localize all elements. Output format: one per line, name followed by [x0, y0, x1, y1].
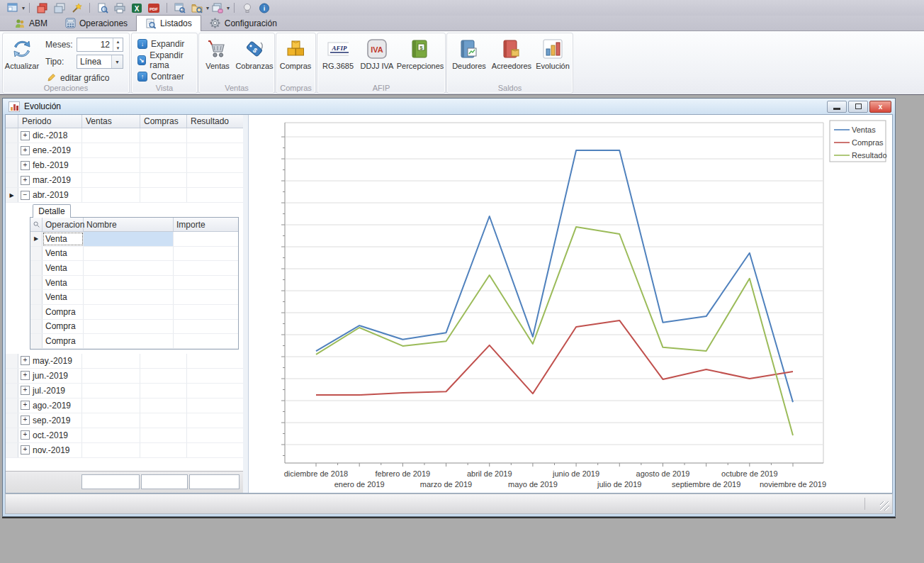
cascade-windows-icon[interactable]: [52, 1, 67, 14]
layers-icon[interactable]: [210, 1, 225, 14]
detail-tab[interactable]: Detalle: [33, 204, 71, 218]
period-cell: +oct.-2019: [18, 428, 82, 442]
period-row[interactable]: +may.-2019: [6, 354, 243, 369]
window-search-icon[interactable]: [173, 1, 187, 14]
panel-splitter[interactable]: [243, 115, 248, 493]
period-row[interactable]: +feb.-2019: [6, 158, 243, 173]
svg-text:IVA: IVA: [371, 45, 383, 54]
evolucion-button[interactable]: Evolución: [535, 35, 570, 82]
expand-node-icon[interactable]: +: [21, 401, 30, 410]
close-button[interactable]: x: [869, 101, 891, 113]
compras-cell: [140, 428, 187, 442]
series-line-resultado: [316, 227, 793, 435]
period-row[interactable]: +dic.-2018: [6, 128, 243, 143]
expandir-button[interactable]: ↓ Expandir: [137, 38, 184, 50]
detail-row[interactable]: Venta: [30, 276, 238, 291]
period-label: mar.-2019: [33, 175, 71, 185]
detail-row[interactable]: ▶Venta: [30, 232, 238, 247]
detail-search-icon[interactable]: [30, 218, 43, 231]
column-header-resultado[interactable]: Resultado: [187, 115, 243, 128]
wizard-icon[interactable]: [69, 1, 84, 14]
detail-row[interactable]: Compra: [30, 305, 238, 320]
expand-node-icon[interactable]: +: [21, 386, 30, 395]
detail-row[interactable]: Venta: [30, 261, 238, 276]
export-pdf-icon[interactable]: PDF: [147, 1, 161, 14]
contraer-button[interactable]: ↑ Contraer: [137, 70, 184, 83]
bulb-icon[interactable]: [240, 1, 254, 14]
meses-spinner[interactable]: 12 ▲▼: [77, 38, 123, 52]
tab-configuracion[interactable]: Configuración: [201, 16, 286, 30]
tab-listados[interactable]: Listados: [136, 15, 201, 31]
column-header-ventas[interactable]: Ventas: [82, 115, 140, 128]
combo-dropdown-icon[interactable]: ▼: [111, 55, 123, 68]
period-row[interactable]: +oct.-2019: [6, 428, 243, 443]
collapse-node-icon[interactable]: −: [21, 191, 30, 200]
tipo-combobox[interactable]: Línea ▼: [77, 55, 123, 69]
expandir-rama-button[interactable]: ↘ Expandir rama: [137, 54, 197, 67]
actualizar-button[interactable]: Actualizar: [4, 35, 40, 82]
print-preview-icon[interactable]: [96, 1, 110, 14]
expand-node-icon[interactable]: +: [21, 131, 30, 140]
folder-search-icon[interactable]: [190, 1, 204, 14]
detail-row[interactable]: Compra: [30, 320, 238, 335]
window-title: Evolución: [24, 101, 61, 111]
cobranzas-button[interactable]: $ Cobranzas: [237, 35, 272, 82]
detail-column-nombre[interactable]: Nombre: [84, 218, 174, 231]
row-indicator: [6, 158, 18, 172]
layout-menu-caret[interactable]: ▾: [22, 5, 25, 11]
window-titlebar[interactable]: Evolución x: [3, 99, 895, 114]
layers-caret[interactable]: ▾: [227, 5, 230, 11]
spin-up-icon[interactable]: ▲: [113, 38, 123, 45]
period-row[interactable]: +jun.-2019: [6, 369, 243, 384]
rg3685-button[interactable]: AFIP RG.3685: [319, 35, 357, 82]
group-label-compras: Compras: [276, 84, 315, 92]
resize-grip-icon[interactable]: [880, 501, 889, 511]
close-all-windows-icon[interactable]: [35, 1, 50, 14]
importe-cell: [174, 320, 238, 334]
detail-column-operacion[interactable]: Operacion: [43, 218, 84, 231]
export-excel-icon[interactable]: X: [130, 1, 144, 14]
minimize-button[interactable]: [827, 101, 847, 113]
acreedores-button[interactable]: Acreedores: [490, 35, 534, 82]
tab-abm[interactable]: ABM: [6, 16, 56, 30]
row-indicator: ▶: [6, 188, 18, 202]
period-row[interactable]: +jul.-2019: [6, 384, 243, 398]
maximize-button[interactable]: [848, 101, 868, 113]
period-row[interactable]: +nov.-2019: [6, 443, 243, 458]
period-row[interactable]: +mar.-2019: [6, 173, 243, 188]
period-row[interactable]: +sep.-2019: [6, 413, 243, 428]
detail-column-importe[interactable]: Importe: [174, 218, 238, 231]
detail-row[interactable]: Venta: [30, 247, 238, 262]
expand-node-icon[interactable]: +: [21, 176, 30, 185]
expand-node-icon[interactable]: +: [21, 356, 30, 365]
period-label: jul.-2019: [33, 386, 65, 396]
expand-node-icon[interactable]: +: [21, 146, 30, 155]
green-ledger-icon: $: [410, 38, 431, 60]
column-header-compras[interactable]: Compras: [140, 115, 187, 128]
detail-row[interactable]: Compra: [30, 334, 238, 349]
period-row[interactable]: +ago.-2019: [6, 398, 243, 413]
expand-node-icon[interactable]: +: [21, 430, 30, 440]
spin-buttons[interactable]: ▲▼: [113, 38, 123, 51]
period-row[interactable]: +ene.-2019: [6, 143, 243, 158]
layout-menu-icon[interactable]: [6, 1, 20, 14]
info-icon[interactable]: i: [257, 1, 271, 14]
ddjj-iva-button[interactable]: IVA DDJJ IVA: [359, 35, 395, 82]
expand-node-icon[interactable]: +: [21, 445, 30, 455]
detail-row[interactable]: Venta: [30, 290, 238, 305]
percepciones-button[interactable]: $ Percepciones: [397, 35, 444, 82]
ventas-button[interactable]: Ventas: [200, 35, 235, 82]
compras-cell: [140, 158, 187, 172]
expand-node-icon[interactable]: +: [21, 161, 30, 170]
compras-button[interactable]: Compras: [278, 35, 313, 82]
deudores-button[interactable]: Deudores: [450, 35, 488, 82]
column-header-periodo[interactable]: Periodo: [18, 115, 82, 128]
print-icon[interactable]: [113, 1, 127, 14]
folder-search-caret[interactable]: ▾: [206, 5, 209, 11]
tab-operaciones[interactable]: Operaciones: [56, 16, 136, 30]
spin-down-icon[interactable]: ▼: [113, 45, 123, 51]
expand-node-icon[interactable]: +: [21, 371, 30, 380]
period-row[interactable]: ▶−abr.-2019: [6, 188, 243, 203]
expand-node-icon[interactable]: +: [21, 416, 30, 425]
editar-grafico-button[interactable]: editar gráfico: [47, 72, 109, 84]
